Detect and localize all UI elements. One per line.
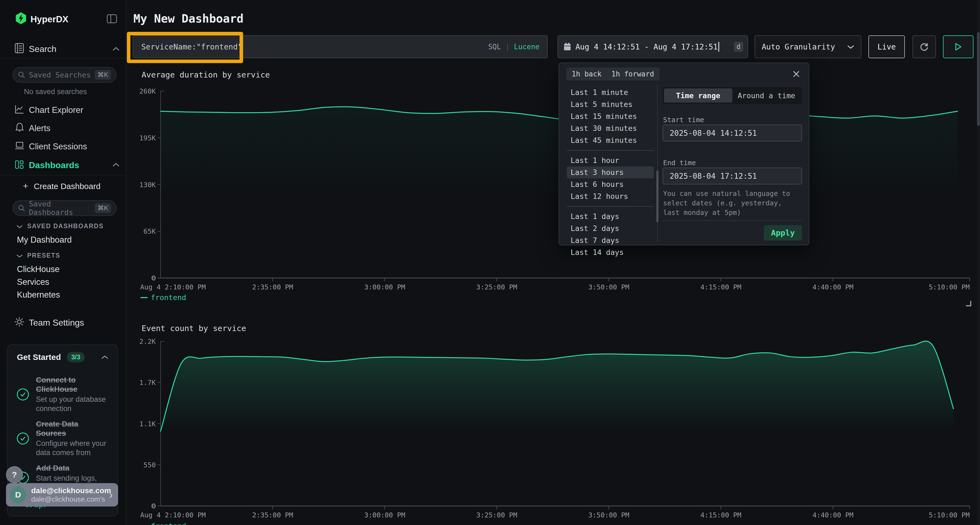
sidebar-item-team-settings[interactable]: Team Settings <box>29 318 84 328</box>
svg-text:3:25:00 PM: 3:25:00 PM <box>476 511 517 519</box>
svg-text:Aug 4 2:10:00 PM: Aug 4 2:10:00 PM <box>140 283 206 291</box>
sidebar-item-search[interactable]: Search <box>29 44 56 54</box>
sidebar-item-kubernetes[interactable]: Kubernetes <box>17 290 60 300</box>
saved-dashboards-input[interactable]: Saved Dashboards ⌘K <box>13 200 116 216</box>
svg-text:2.2K: 2.2K <box>139 338 156 346</box>
start-time-label: Start time <box>663 116 704 124</box>
lucene-toggle[interactable]: Lucene <box>514 43 539 51</box>
dashboards-icon <box>15 160 24 169</box>
shortcut-badge: ⌘K <box>95 70 111 80</box>
divider <box>0 175 125 176</box>
chart-explorer-icon <box>15 105 24 114</box>
start-time-input[interactable] <box>663 125 802 141</box>
tab-time-range[interactable]: Time range <box>664 89 732 103</box>
live-button[interactable]: Live <box>869 35 905 58</box>
quick-range-last-15-minutes[interactable]: Last 15 minutes <box>567 111 654 122</box>
saved-searches-input[interactable]: Saved Searches ⌘K <box>13 67 116 83</box>
sql-toggle[interactable]: SQL <box>488 43 501 51</box>
close-icon[interactable] <box>791 68 802 79</box>
quick-range-last-7-days[interactable]: Last 7 days <box>567 235 654 246</box>
section-presets[interactable]: PRESETS <box>27 252 60 259</box>
get-started-item-title: Create Data Sources <box>36 420 78 438</box>
play-icon <box>955 43 962 51</box>
quick-range-last-5-minutes[interactable]: Last 5 minutes <box>567 98 654 111</box>
quick-range-last-2-days[interactable]: Last 2 days <box>567 222 654 235</box>
search-icon <box>18 205 25 212</box>
end-time-label: End time <box>663 159 696 167</box>
app-window: HyperDX Search Saved Searches ⌘K No save… <box>0 0 980 525</box>
sidebar-item-chart-explorer[interactable]: Chart Explorer <box>29 105 83 115</box>
quick-range-list: Last 1 minuteLast 5 minutesLast 15 minut… <box>567 87 654 259</box>
chart-line-svg: 2.2K1.7K1.1K5500Aug 4 2:10:00 PM2:35:00 … <box>136 336 976 525</box>
no-saved-searches-text: No saved searches <box>24 87 87 96</box>
svg-text:5:10:00 PM: 5:10:00 PM <box>929 283 970 291</box>
collapse-sidebar-icon[interactable] <box>107 14 117 24</box>
scrollbar-thumb[interactable] <box>656 171 659 222</box>
saved-searches-placeholder: Saved Searches <box>29 71 95 79</box>
refresh-icon <box>919 42 929 52</box>
chart-legend[interactable]: frontend <box>140 293 186 302</box>
refresh-button[interactable] <box>913 35 936 58</box>
legend-swatch <box>140 297 148 298</box>
section-saved-dashboards[interactable]: SAVED DASHBOARDS <box>27 222 104 230</box>
sidebar-item-my-dashboard[interactable]: My Dashboard <box>17 235 72 245</box>
sidebar-item-dashboards[interactable]: Dashboards <box>29 160 79 170</box>
text-cursor <box>718 42 719 52</box>
shift-back-button[interactable]: 1h back <box>566 67 607 81</box>
granularity-select[interactable]: Auto Granularity <box>755 35 861 58</box>
chevron-up-icon[interactable] <box>101 355 108 359</box>
chart-title: Average duration by service <box>142 70 270 79</box>
svg-text:0: 0 <box>152 502 156 510</box>
get-started-item[interactable]: Create Data Sources Configure where your… <box>8 419 118 458</box>
calendar-icon <box>563 43 571 51</box>
apply-button[interactable]: Apply <box>764 225 802 241</box>
divider <box>663 220 802 221</box>
quick-range-last-1-days[interactable]: Last 1 days <box>567 211 654 222</box>
page-title: My New Dashboard <box>134 12 243 25</box>
svg-text:3:25:00 PM: 3:25:00 PM <box>476 283 517 291</box>
resize-handle[interactable] <box>966 301 971 306</box>
create-dashboard-button[interactable]: Create Dashboard <box>34 182 100 191</box>
svg-text:4:40:00 PM: 4:40:00 PM <box>812 283 853 291</box>
search-nav-icon <box>15 43 24 53</box>
time-range-input[interactable]: Aug 4 14:12:51 - Aug 4 17:12:51 d <box>557 35 748 58</box>
end-time-input[interactable] <box>663 168 802 184</box>
svg-text:4:40:00 PM: 4:40:00 PM <box>812 511 853 519</box>
chart-legend[interactable]: frontend <box>140 522 186 525</box>
gear-icon <box>14 317 24 327</box>
sidebar-item-clickhouse[interactable]: ClickHouse <box>17 265 60 274</box>
chevron-down-icon[interactable] <box>16 225 23 228</box>
natural-language-hint: You can use natural language to select d… <box>663 189 802 217</box>
chart-line-svg: 260K195K130K65K0Aug 4 2:10:00 PM2:35:00 … <box>136 87 976 295</box>
run-query-button[interactable] <box>943 35 974 58</box>
user-menu[interactable]: D dale@clickhouse.com dale@clickhouse.co… <box>6 483 118 506</box>
quick-range-last-3-hours[interactable]: Last 3 hours <box>567 167 654 178</box>
shift-forward-button[interactable]: 1h forward <box>606 67 660 81</box>
quick-range-last-45-minutes[interactable]: Last 45 minutes <box>567 134 654 146</box>
quick-range-last-1-hour[interactable]: Last 1 hour <box>567 154 654 167</box>
sidebar-item-alerts[interactable]: Alerts <box>29 124 50 133</box>
tab-around-a-time[interactable]: Around a time <box>732 89 800 103</box>
chevron-up-icon[interactable] <box>112 163 120 167</box>
app-name: HyperDX <box>30 14 68 24</box>
chevron-down-icon[interactable] <box>16 254 23 258</box>
get-started-item[interactable]: Connect to ClickHouse Set up your databa… <box>8 375 118 414</box>
quick-range-last-1-minute[interactable]: Last 1 minute <box>567 87 654 98</box>
help-button[interactable]: ? <box>6 466 23 483</box>
sidebar-item-client-sessions[interactable]: Client Sessions <box>29 142 87 152</box>
quick-range-last-12-hours[interactable]: Last 12 hours <box>567 190 654 202</box>
time-kbd-badge: d <box>734 42 743 52</box>
svg-text:260K: 260K <box>139 87 156 95</box>
svg-text:65K: 65K <box>143 227 156 235</box>
page-scrollbar-thumb[interactable] <box>977 32 980 126</box>
quick-range-last-30-minutes[interactable]: Last 30 minutes <box>567 122 654 134</box>
quick-range-last-14-days[interactable]: Last 14 days <box>567 246 654 259</box>
chevron-right-icon: › <box>109 489 113 501</box>
plus-icon: + <box>23 181 28 191</box>
svg-text:3:00:00 PM: 3:00:00 PM <box>364 511 405 519</box>
sidebar-item-services[interactable]: Services <box>17 277 49 287</box>
chevron-up-icon[interactable] <box>112 47 120 51</box>
live-label: Live <box>877 43 896 51</box>
divider <box>0 58 125 59</box>
quick-range-last-6-hours[interactable]: Last 6 hours <box>567 178 654 190</box>
